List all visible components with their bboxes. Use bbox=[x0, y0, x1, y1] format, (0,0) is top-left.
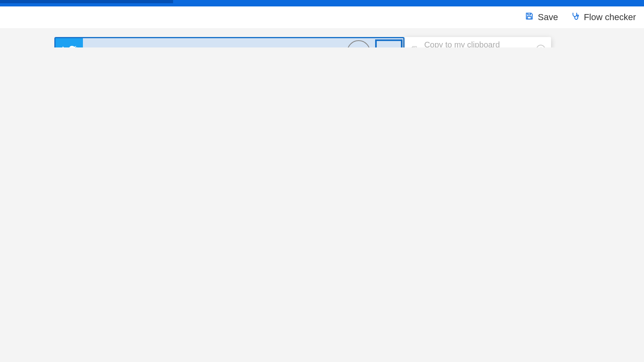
save-icon bbox=[525, 12, 534, 23]
clipboard-icon bbox=[410, 45, 419, 47]
trigger-more-button[interactable] bbox=[375, 39, 402, 47]
flow-checker-button[interactable]: Flow checker bbox=[571, 12, 636, 23]
save-button[interactable]: Save bbox=[525, 12, 558, 23]
flow-checker-label: Flow checker bbox=[584, 12, 636, 23]
svg-rect-0 bbox=[528, 16, 531, 19]
trigger-card: When a new tweet is posted i *Search tex… bbox=[54, 37, 405, 47]
menu-copy-clipboard[interactable]: Copy to my clipboard (Preview) i bbox=[405, 39, 551, 47]
stethoscope-icon bbox=[571, 12, 580, 23]
info-icon[interactable]: i bbox=[347, 40, 370, 47]
context-menu: Copy to my clipboard (Preview) i Rename … bbox=[405, 37, 551, 47]
toolbar: Save Flow checker bbox=[0, 6, 644, 28]
trigger-header[interactable]: When a new tweet is posted i bbox=[56, 38, 403, 47]
twitter-icon bbox=[56, 38, 83, 47]
flow-canvas: When a new tweet is posted i *Search tex… bbox=[0, 28, 644, 47]
info-icon[interactable]: i bbox=[536, 45, 545, 47]
trigger-title: When a new tweet is posted bbox=[83, 46, 347, 47]
svg-point-1 bbox=[577, 15, 579, 16]
save-label: Save bbox=[538, 12, 558, 23]
browser-chrome-bar bbox=[0, 0, 644, 6]
